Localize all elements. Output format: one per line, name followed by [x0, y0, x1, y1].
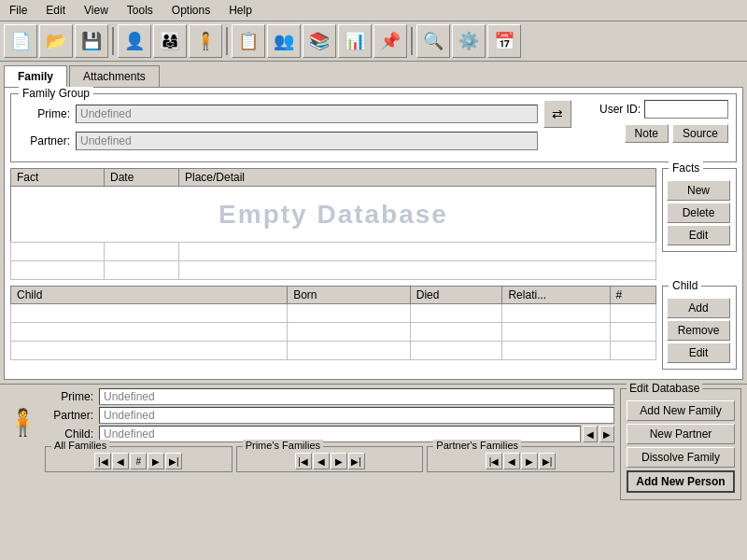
facts-area: Fact Date Place/Detail Empty Database [10, 168, 737, 286]
all-fam-prev-btn[interactable]: ◀ [112, 453, 129, 469]
prime-families-nav: |◀ ◀ ▶ ▶| [241, 453, 419, 469]
facts-buttons: Facts New Delete Edit [662, 168, 737, 286]
person-btn[interactable]: 👤 [118, 24, 151, 58]
menu-help[interactable]: Help [223, 2, 258, 19]
prime-fam-last-btn[interactable]: ▶| [348, 453, 365, 469]
facts-watermark: Empty Database [11, 187, 656, 243]
userid-input[interactable] [644, 100, 728, 119]
all-fam-first-btn[interactable]: |◀ [94, 453, 111, 469]
swap-btn[interactable]: ⇄ [543, 100, 571, 128]
edit-database-section: Edit Database Add New Family New Partner… [620, 388, 741, 500]
add-new-family-btn[interactable]: Add New Family [627, 400, 735, 421]
main-content: Family Attachments Family Group Prime: ⇄… [0, 62, 747, 384]
child-empty-row-2 [11, 323, 656, 342]
child-buttons: Child Add Remove Edit [662, 286, 737, 373]
person-icon: 🧍 [7, 407, 39, 438]
toolbar-sep-1 [112, 27, 114, 55]
menu-file[interactable]: File [4, 2, 33, 19]
facts-table: Fact Date Place/Detail Empty Database [10, 168, 656, 280]
partner-input[interactable] [76, 132, 538, 150]
prime-families-box: Prime's Families |◀ ◀ ▶ ▶| [236, 446, 424, 472]
toolbar-sep-3 [411, 27, 413, 55]
bottom-prime-label: Prime: [45, 390, 93, 403]
menu-tools[interactable]: Tools [121, 2, 159, 19]
prime-fam-next-btn[interactable]: ▶ [331, 453, 347, 469]
edit-database-legend: Edit Database [627, 382, 702, 395]
partner-fam-next-btn[interactable]: ▶ [521, 453, 538, 469]
menu-edit[interactable]: Edit [40, 2, 71, 19]
child-add-btn[interactable]: Add [667, 298, 730, 318]
report-btn[interactable]: 📊 [338, 24, 372, 58]
child-empty-row-3 [11, 342, 656, 360]
menu-options[interactable]: Options [166, 2, 216, 19]
dissolve-family-btn[interactable]: Dissolve Family [627, 447, 735, 468]
list-btn[interactable]: 📋 [232, 24, 265, 58]
facts-edit-btn[interactable]: Edit [667, 225, 730, 245]
facts-side-section: Facts New Delete Edit [662, 168, 737, 252]
partner-fam-first-btn[interactable]: |◀ [486, 453, 502, 469]
facts-col-fact: Fact [11, 169, 105, 187]
person2-btn[interactable]: 🧍 [189, 24, 222, 58]
toolbar-sep-2 [226, 27, 228, 55]
group-btn[interactable]: 👥 [267, 24, 301, 58]
all-fam-hash-btn[interactable]: # [130, 453, 147, 469]
note-source-row: Note Source [625, 124, 728, 143]
prime-input[interactable] [76, 105, 538, 123]
bottom-left: Prime: Undefined Partner: Undefined Chil… [45, 388, 614, 472]
tab-attachments[interactable]: Attachments [69, 65, 160, 87]
child-legend: Child [669, 279, 701, 292]
search-btn[interactable]: 🔍 [416, 24, 450, 58]
all-families-nav: |◀ ◀ # ▶ ▶| [49, 453, 228, 469]
child-edit-btn[interactable]: Edit [667, 343, 730, 363]
child-col-child: Child [11, 287, 288, 304]
tab-family[interactable]: Family [4, 65, 67, 87]
note-btn[interactable]: Note [625, 124, 669, 143]
save-btn[interactable]: 💾 [75, 24, 108, 58]
partner-fam-last-btn[interactable]: ▶| [539, 453, 556, 469]
bottom-partner-row: Partner: Undefined [45, 407, 614, 424]
pin-btn[interactable]: 📌 [374, 24, 407, 58]
facts-new-btn[interactable]: New [667, 180, 730, 201]
child-table: Child Born Died Relati... # [10, 286, 656, 360]
child-next-btn[interactable]: ▶ [599, 426, 614, 442]
partner-fam-prev-btn[interactable]: ◀ [503, 453, 520, 469]
child-side-section: Child Add Remove Edit [662, 286, 737, 370]
family-panel: Family Group Prime: ⇄ Partner: [4, 87, 743, 380]
child-empty-row-1 [11, 304, 656, 323]
source-btn[interactable]: Source [672, 124, 728, 143]
family-group-legend: Family Group [19, 87, 93, 100]
open-btn[interactable]: 📂 [39, 24, 73, 58]
settings-btn[interactable]: ⚙️ [452, 24, 486, 58]
child-area: Child Born Died Relati... # [10, 286, 737, 373]
prime-fam-first-btn[interactable]: |◀ [295, 453, 312, 469]
all-families-legend: All Families [51, 440, 109, 451]
families-row: All Families |◀ ◀ # ▶ ▶| Prime's Familie… [45, 446, 614, 472]
userid-label: User ID: [599, 103, 641, 116]
facts-delete-btn[interactable]: Delete [667, 203, 730, 223]
prime-row: Prime: ⇄ [19, 100, 571, 128]
child-col-relati: Relati... [502, 287, 610, 304]
child-prev-btn[interactable]: ◀ [583, 426, 598, 442]
prime-families-legend: Prime's Families [243, 440, 323, 451]
prime-label: Prime: [19, 107, 70, 120]
facts-empty-row-2 [11, 261, 656, 280]
facts-col-place: Place/Detail [179, 169, 656, 187]
add-new-person-btn[interactable]: Add New Person [627, 470, 735, 493]
family-group-section: Family Group Prime: ⇄ Partner: [10, 93, 737, 162]
calendar-btn[interactable]: 📅 [487, 24, 521, 58]
all-fam-last-btn[interactable]: ▶| [165, 453, 182, 469]
all-fam-next-btn[interactable]: ▶ [148, 453, 164, 469]
new-partner-btn[interactable]: New Partner [627, 424, 735, 444]
menu-view[interactable]: View [78, 2, 114, 19]
toolbar: 📄 📂 💾 👤 👨‍👩‍👧 🧍 📋 👥 📚 📊 📌 🔍 ⚙️ 📅 [0, 21, 747, 62]
bottom-child-row: Child: Undefined ◀ ▶ [45, 426, 614, 442]
child-remove-btn[interactable]: Remove [667, 320, 730, 341]
new-doc-btn[interactable]: 📄 [4, 24, 37, 58]
facts-col-date: Date [105, 169, 179, 187]
book-btn[interactable]: 📚 [303, 24, 336, 58]
prime-fam-prev-btn[interactable]: ◀ [313, 453, 330, 469]
family-btn[interactable]: 👨‍👩‍👧 [153, 24, 187, 58]
child-col-num: # [610, 287, 655, 304]
bottom-prime-row: Prime: Undefined [45, 388, 614, 405]
partner-row: Partner: [19, 132, 571, 150]
